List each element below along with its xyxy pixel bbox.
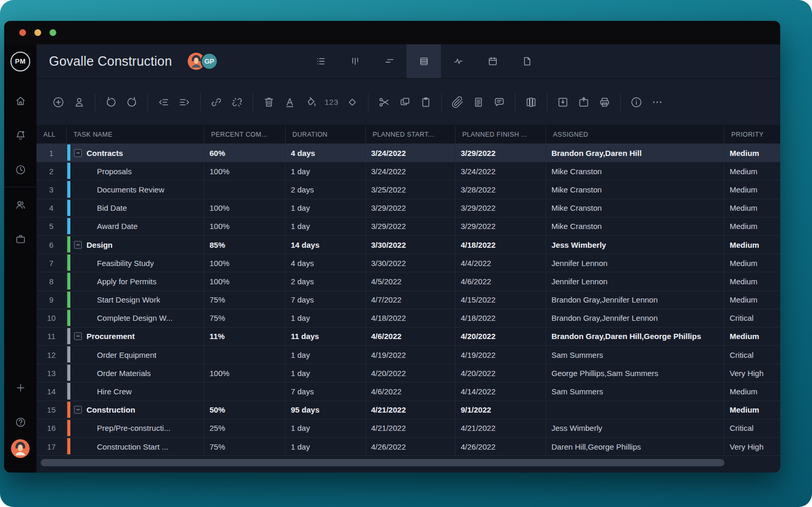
cell-num[interactable]: 6: [36, 236, 67, 254]
outdent-button[interactable]: [153, 92, 174, 113]
cell-num[interactable]: 9: [36, 291, 67, 309]
cell-finish[interactable]: 4/4/2022: [456, 254, 546, 272]
cell-pct[interactable]: 60%: [204, 144, 286, 162]
table-row[interactable]: 11−Procurement11%11 days4/6/20224/20/202…: [36, 328, 780, 346]
cell-assigned[interactable]: [546, 401, 724, 419]
cell-start[interactable]: 4/7/2022: [366, 291, 456, 309]
cell-name[interactable]: Bid Date: [67, 199, 204, 217]
cell-name[interactable]: Complete Design W...: [67, 309, 204, 327]
cell-finish[interactable]: 4/20/2022: [456, 328, 546, 345]
cell-start[interactable]: 4/5/2022: [366, 272, 456, 290]
table-row[interactable]: 9Start Design Work75%7 days4/7/20224/15/…: [36, 291, 780, 309]
cell-name[interactable]: −Procurement: [67, 328, 204, 345]
table-row[interactable]: 1−Contracts60%4 days3/24/20223/29/2022Br…: [36, 144, 780, 162]
sidebar-item-team[interactable]: [4, 187, 36, 222]
cell-start[interactable]: 4/6/2022: [366, 328, 456, 345]
cell-assigned[interactable]: Sam Summers: [546, 382, 724, 400]
tab-page-view[interactable]: [510, 44, 544, 78]
table-row[interactable]: 6−Design85%14 days3/30/20224/18/2022Jess…: [36, 236, 780, 254]
cell-assigned[interactable]: Jennifer Lennon: [546, 272, 724, 290]
tab-calendar-view[interactable]: [475, 44, 510, 78]
tab-list-view[interactable]: [303, 44, 338, 78]
redo-button[interactable]: [121, 92, 142, 113]
cell-finish[interactable]: 4/21/2022: [456, 419, 546, 437]
cell-finish[interactable]: 3/28/2022: [456, 180, 546, 198]
traffic-light-zoom[interactable]: [50, 29, 56, 36]
delete-button[interactable]: [259, 92, 279, 113]
cell-priority[interactable]: Medium: [724, 180, 780, 198]
sidebar-item-add[interactable]: [4, 370, 36, 405]
cell-start[interactable]: 3/29/2022: [366, 218, 456, 235]
tab-sheet-view[interactable]: [407, 44, 441, 78]
cell-assigned[interactable]: Jennifer Lennon: [546, 254, 724, 272]
cell-start[interactable]: 4/21/2022: [366, 401, 456, 419]
undo-button[interactable]: [101, 92, 121, 113]
sidebar-item-work[interactable]: [4, 222, 36, 256]
table-row[interactable]: 14Hire Crew7 days4/6/20224/14/2022Sam Su…: [36, 382, 780, 401]
link-tasks-button[interactable]: [206, 92, 227, 113]
cell-dur[interactable]: 1 day: [286, 218, 366, 235]
cell-assigned[interactable]: Daren Hill,George Phillips: [546, 438, 724, 455]
column-header-start[interactable]: PLANNED START...: [366, 126, 456, 143]
column-header-assigned[interactable]: ASSIGNED: [546, 126, 724, 143]
cell-pct[interactable]: 50%: [204, 401, 286, 419]
cell-num[interactable]: 5: [36, 218, 67, 235]
cell-name[interactable]: Order Materials: [67, 364, 204, 382]
tab-board-view[interactable]: [338, 44, 372, 78]
cell-assigned[interactable]: Brandon Gray,Jennifer Lennon: [546, 291, 724, 309]
cell-dur[interactable]: 7 days: [286, 291, 366, 309]
cell-dur[interactable]: 1 day: [286, 199, 366, 217]
export-button[interactable]: [573, 92, 594, 113]
indent-button[interactable]: [174, 92, 195, 113]
import-button[interactable]: [552, 92, 573, 113]
column-header-name[interactable]: TASK NAME: [67, 126, 204, 143]
cell-finish[interactable]: 3/29/2022: [456, 144, 546, 162]
cell-start[interactable]: 3/30/2022: [366, 254, 456, 272]
cell-pct[interactable]: 100%: [204, 199, 286, 217]
cell-num[interactable]: 13: [36, 364, 67, 382]
table-row[interactable]: 5Award Date100%1 day3/29/20223/29/2022Mi…: [36, 218, 780, 236]
table-row[interactable]: 7Feasibility Study100%4 days3/30/20224/4…: [36, 254, 780, 272]
add-task-button[interactable]: [48, 92, 69, 113]
cell-num[interactable]: 17: [36, 438, 67, 455]
cell-name[interactable]: Proposals: [67, 162, 204, 180]
cell-pct[interactable]: 100%: [204, 254, 286, 272]
cell-name[interactable]: Order Equipment: [67, 346, 204, 364]
cell-num[interactable]: 16: [36, 419, 67, 437]
notes-button[interactable]: [468, 92, 489, 113]
cell-priority[interactable]: Medium: [724, 401, 780, 419]
collapse-icon[interactable]: −: [74, 149, 82, 157]
sidebar-item-notifications[interactable]: [4, 118, 36, 152]
tab-activity-view[interactable]: [441, 44, 475, 78]
cell-name[interactable]: −Construction: [67, 401, 204, 419]
columns-button[interactable]: [521, 92, 542, 113]
cell-finish[interactable]: 9/1/2022: [456, 401, 546, 419]
cell-pct[interactable]: 100%: [204, 162, 286, 180]
cell-num[interactable]: 4: [36, 199, 67, 217]
cell-dur[interactable]: 4 days: [286, 144, 366, 162]
table-row[interactable]: 3Documents Review2 days3/25/20223/28/202…: [36, 180, 780, 199]
copy-button[interactable]: [395, 92, 415, 113]
cell-assigned[interactable]: Brandon Gray,Jennifer Lennon: [546, 309, 724, 327]
cell-finish[interactable]: 4/26/2022: [456, 438, 546, 455]
number-format-button[interactable]: 123: [321, 92, 342, 113]
assign-user-button[interactable]: [69, 92, 90, 113]
cell-pct[interactable]: 25%: [204, 419, 286, 437]
cell-priority[interactable]: Medium: [724, 144, 780, 162]
cell-dur[interactable]: 4 days: [286, 254, 366, 272]
milestone-button[interactable]: [342, 92, 363, 113]
cell-start[interactable]: 3/29/2022: [366, 199, 456, 217]
column-header-priority[interactable]: PRIORITY: [724, 126, 780, 143]
cell-priority[interactable]: Medium: [724, 272, 780, 290]
cell-dur[interactable]: 14 days: [286, 236, 366, 254]
cell-priority[interactable]: Very High: [724, 438, 780, 455]
cell-name[interactable]: Construction Start ...: [67, 438, 204, 455]
cell-priority[interactable]: Medium: [724, 218, 780, 235]
cell-num[interactable]: 2: [36, 162, 67, 180]
column-header-dur[interactable]: DURATION: [286, 126, 366, 143]
print-button[interactable]: [594, 92, 615, 113]
cell-pct[interactable]: [204, 180, 286, 198]
table-row[interactable]: 13Order Materials100%1 day4/20/20224/20/…: [36, 364, 780, 382]
cell-assigned[interactable]: Brandon Gray,Daren Hill,George Phillips: [546, 328, 724, 345]
cell-dur[interactable]: 1 day: [286, 419, 366, 437]
